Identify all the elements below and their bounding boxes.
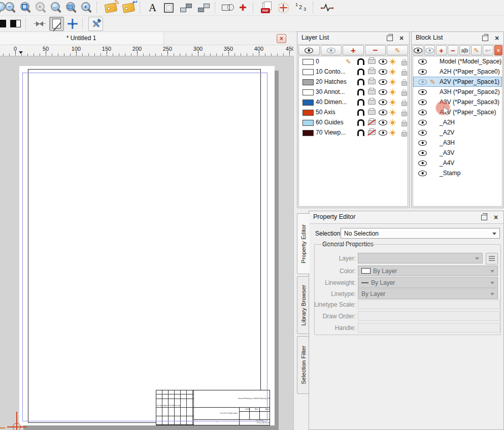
snap-magnet-icon[interactable] xyxy=(357,77,364,87)
snap-magnet-icon[interactable] xyxy=(357,67,364,77)
revert-tag-button[interactable]: ↩ xyxy=(120,1,137,14)
draw-order-field[interactable] xyxy=(358,311,500,321)
lock-icon[interactable] xyxy=(401,87,407,97)
edit-layer-button[interactable]: ✎ xyxy=(387,45,408,55)
add-layer-button[interactable]: + xyxy=(343,45,364,55)
tab-selection-filter[interactable]: Selection Filter xyxy=(297,336,309,394)
block-list-header[interactable]: Block List × xyxy=(412,32,503,45)
print-off-icon[interactable] xyxy=(368,127,376,138)
layer-row[interactable]: 70 Viewp... xyxy=(299,127,408,138)
block-row[interactable]: _A2V xyxy=(413,127,502,138)
visible-eye-icon[interactable] xyxy=(379,67,387,77)
print-icon[interactable] xyxy=(368,97,376,107)
linetype-scale-field[interactable] xyxy=(358,300,500,309)
snap-magnet-icon[interactable] xyxy=(357,56,364,67)
text-tool-button[interactable]: A xyxy=(146,1,159,14)
selection-combo[interactable]: No Selection xyxy=(341,228,500,239)
layer-row[interactable]: 20 Hatches xyxy=(299,77,408,87)
sun-icon[interactable] xyxy=(391,97,394,107)
purge-blocks-button[interactable]: × xyxy=(494,45,502,55)
lock-icon[interactable] xyxy=(401,127,407,138)
zoom-in-disabled-button[interactable]: + xyxy=(34,1,48,14)
visible-eye-icon[interactable] xyxy=(379,127,387,138)
snap-magnet-icon[interactable] xyxy=(357,97,364,107)
point-mark-button[interactable] xyxy=(276,1,291,14)
show-all-layers-button[interactable] xyxy=(298,45,320,55)
block-row[interactable]: A4V (*Paper_Space) xyxy=(413,107,502,117)
hide-all-layers-button[interactable] xyxy=(321,45,342,55)
edit-tag-button[interactable]: ✎ xyxy=(103,1,119,14)
visible-eye-icon[interactable] xyxy=(379,56,387,67)
tab-property-editor[interactable]: Property Editor xyxy=(297,213,310,274)
visible-eye-icon[interactable] xyxy=(418,110,427,115)
print-icon[interactable] xyxy=(368,67,376,77)
float-panel-icon[interactable] xyxy=(481,215,487,220)
sun-icon[interactable] xyxy=(391,107,394,117)
polyline-pulse-button[interactable] xyxy=(319,1,335,14)
print-icon[interactable] xyxy=(368,107,376,117)
sun-icon[interactable] xyxy=(391,77,394,87)
visible-eye-icon[interactable] xyxy=(418,120,427,125)
visible-eye-icon[interactable] xyxy=(379,77,387,87)
lock-icon[interactable] xyxy=(401,107,407,117)
print-off-icon[interactable] xyxy=(368,117,376,127)
block-row-selected[interactable]: ✎ A2V (*Paper_Space1) xyxy=(413,77,502,87)
print-icon[interactable] xyxy=(368,56,376,67)
show-all-blocks-button[interactable] xyxy=(413,45,423,55)
layer-combo[interactable] xyxy=(358,253,483,263)
block-row[interactable]: _A4V xyxy=(413,158,502,168)
visible-eye-icon[interactable] xyxy=(379,117,387,127)
visible-eye-icon[interactable] xyxy=(418,130,427,136)
visible-eye-icon[interactable] xyxy=(418,171,427,176)
background-split-button[interactable] xyxy=(9,17,22,30)
lock-icon[interactable] xyxy=(401,67,407,77)
zoom-previous-button[interactable]: ← xyxy=(49,1,63,14)
pdf-export-button[interactable]: PDF xyxy=(259,1,274,14)
bring-to-front-button[interactable] xyxy=(178,1,194,14)
color-combo[interactable]: By Layer xyxy=(358,266,498,276)
sun-icon[interactable] xyxy=(391,127,394,138)
sun-icon[interactable] xyxy=(391,117,394,127)
float-panel-icon[interactable] xyxy=(387,36,393,41)
layer-row[interactable]: 10 Conto... xyxy=(299,67,408,77)
hide-all-blocks-button[interactable] xyxy=(424,45,435,55)
preferences-tools-button[interactable] xyxy=(88,17,103,31)
block-row[interactable]: _A2H xyxy=(413,117,502,127)
visible-eye-icon[interactable] xyxy=(379,97,387,107)
lineweight-combo[interactable]: By Layer xyxy=(358,277,498,288)
zoom-clipped-button[interactable] xyxy=(0,1,2,14)
edit-block-button[interactable]: ✎ xyxy=(471,45,482,55)
block-row[interactable]: _A3H xyxy=(413,138,502,148)
print-icon[interactable] xyxy=(368,77,376,87)
snap-magnet-icon[interactable] xyxy=(357,107,364,117)
lock-icon[interactable] xyxy=(401,77,407,87)
add-block-button[interactable]: + xyxy=(436,45,447,55)
visible-eye-icon[interactable] xyxy=(418,59,427,64)
add-viewport-button[interactable]: + xyxy=(236,1,250,14)
layer-row[interactable]: 40 Dimen... xyxy=(299,97,408,107)
sun-icon[interactable] xyxy=(391,87,394,97)
visible-eye-icon[interactable] xyxy=(418,89,427,95)
constrain-tool-button[interactable] xyxy=(31,17,48,30)
print-icon[interactable] xyxy=(368,87,376,97)
close-panel-icon[interactable]: × xyxy=(398,34,405,42)
lock-icon[interactable] xyxy=(401,117,407,127)
zoom-auto-button[interactable]: + xyxy=(80,1,93,14)
layer-row[interactable]: 30 Annot... xyxy=(299,87,408,97)
linetype-combo[interactable]: By Layer xyxy=(358,288,498,299)
layer-row[interactable]: 50 Axis xyxy=(299,107,408,117)
layer-row[interactable]: 0 ✎ xyxy=(299,56,408,67)
sun-icon[interactable] xyxy=(391,67,394,77)
visible-eye-icon[interactable] xyxy=(418,69,427,75)
sun-icon[interactable] xyxy=(391,56,394,67)
block-row[interactable]: A3V (*Paper_Space3) xyxy=(413,97,502,107)
layer-list-header[interactable]: Layer List × xyxy=(297,32,409,45)
lock-icon[interactable] xyxy=(401,56,407,67)
zoom-out-button[interactable]: − xyxy=(4,1,17,14)
block-row[interactable]: Model (*Model_Space) xyxy=(413,56,502,67)
visible-eye-icon[interactable] xyxy=(418,100,427,105)
handle-field[interactable] xyxy=(358,323,500,333)
drawing-canvas[interactable]: Rv Gmyn Asst P Un Wtnss Gsn a Konsal Nem… xyxy=(0,56,294,430)
zoom-window-button[interactable] xyxy=(64,1,78,14)
visible-eye-icon[interactable] xyxy=(379,107,387,117)
